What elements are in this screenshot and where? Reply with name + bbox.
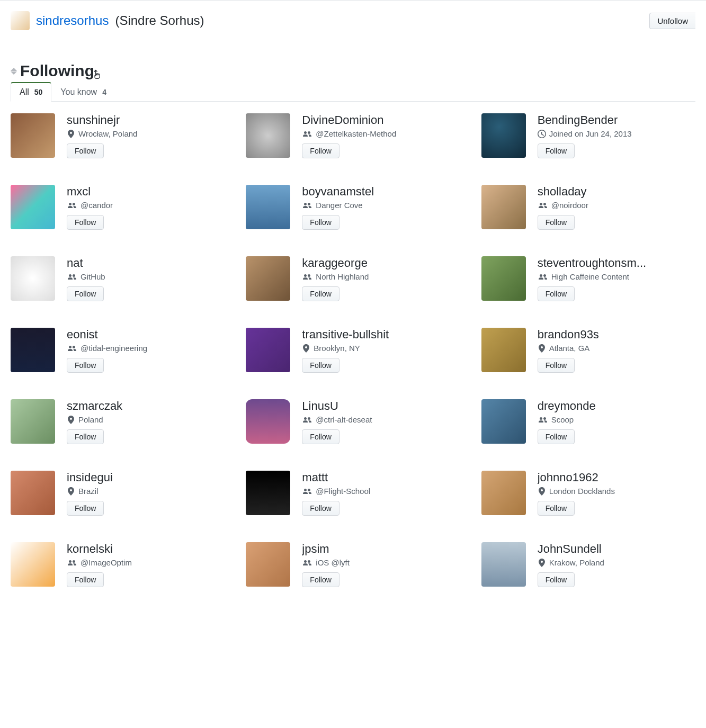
tab-all[interactable]: All 50 bbox=[11, 82, 51, 102]
tab-you-know[interactable]: You know 4 bbox=[51, 82, 115, 102]
user-login[interactable]: nat bbox=[67, 256, 225, 270]
org-icon bbox=[538, 201, 548, 210]
follow-button[interactable]: Follow bbox=[302, 143, 339, 158]
user-login[interactable]: transitive-bullshit bbox=[302, 328, 460, 341]
user-avatar[interactable] bbox=[481, 399, 526, 444]
user-meta: Wrocław, Poland bbox=[67, 129, 225, 138]
user-card-body: eonist@tidal-engineeringFollow bbox=[67, 328, 225, 373]
user-avatar[interactable] bbox=[246, 399, 290, 444]
follow-button[interactable]: Follow bbox=[302, 572, 339, 587]
user-avatar[interactable] bbox=[481, 471, 526, 515]
user-meta: @candor bbox=[67, 201, 225, 210]
user-login[interactable]: sunshinejr bbox=[67, 113, 225, 127]
follow-button[interactable]: Follow bbox=[538, 501, 575, 516]
user-card-body: mxcl@candorFollow bbox=[67, 185, 225, 230]
user-login[interactable]: sholladay bbox=[538, 185, 695, 199]
user-login[interactable]: brandon93s bbox=[538, 328, 695, 341]
user-login[interactable]: karaggeorge bbox=[302, 256, 460, 270]
user-login[interactable]: dreymonde bbox=[538, 399, 695, 413]
follow-button[interactable]: Follow bbox=[302, 215, 339, 230]
follow-button[interactable]: Follow bbox=[538, 286, 575, 301]
follow-button[interactable]: Follow bbox=[538, 572, 575, 587]
user-avatar[interactable] bbox=[11, 256, 55, 301]
users-grid: sunshinejrWrocław, PolandFollowDivineDom… bbox=[11, 113, 695, 587]
user-login[interactable]: johnno1962 bbox=[538, 471, 695, 484]
user-avatar[interactable] bbox=[246, 113, 290, 158]
user-meta-text: High Caffeine Content bbox=[551, 272, 629, 281]
user-card: natGitHubFollow bbox=[11, 256, 225, 301]
follow-button[interactable]: Follow bbox=[67, 143, 104, 158]
user-card: eonist@tidal-engineeringFollow bbox=[11, 328, 225, 373]
user-avatar[interactable] bbox=[246, 471, 290, 515]
user-card: steventroughtonsm...High Caffeine Conten… bbox=[481, 256, 695, 301]
profile-username-link[interactable]: sindresorhus bbox=[36, 13, 109, 28]
user-meta: Krakow, Poland bbox=[538, 558, 695, 567]
user-meta-text: @candor bbox=[81, 201, 113, 210]
follow-button[interactable]: Follow bbox=[302, 286, 339, 301]
follow-button[interactable]: Follow bbox=[302, 501, 339, 516]
unfollow-button[interactable]: Unfollow bbox=[649, 13, 695, 29]
tab-all-label: All bbox=[20, 87, 29, 97]
follow-button[interactable]: Follow bbox=[302, 429, 339, 444]
user-login[interactable]: boyvanamstel bbox=[302, 185, 460, 199]
user-meta-text: Krakow, Poland bbox=[549, 558, 604, 567]
user-card: boyvanamstelDanger CoveFollow bbox=[246, 185, 460, 230]
follow-button[interactable]: Follow bbox=[538, 429, 575, 444]
user-meta-text: @Flight-School bbox=[316, 487, 370, 496]
user-meta: GitHub bbox=[67, 272, 225, 281]
user-avatar[interactable] bbox=[246, 328, 290, 372]
user-card: szmarczakPolandFollow bbox=[11, 399, 225, 444]
cursor-icon bbox=[92, 69, 103, 82]
follow-button[interactable]: Follow bbox=[538, 358, 575, 373]
follow-button[interactable]: Follow bbox=[538, 143, 575, 158]
user-login[interactable]: mattt bbox=[302, 471, 460, 484]
sort-toggle-icon[interactable] bbox=[11, 68, 17, 75]
user-meta: Brazil bbox=[67, 487, 225, 496]
follow-button[interactable]: Follow bbox=[67, 429, 104, 444]
user-login[interactable]: eonist bbox=[67, 328, 225, 341]
tabs: All 50 You know 4 bbox=[11, 82, 695, 102]
user-card-body: sunshinejrWrocław, PolandFollow bbox=[67, 113, 225, 158]
user-login[interactable]: kornelski bbox=[67, 542, 225, 556]
user-avatar[interactable] bbox=[481, 185, 526, 229]
follow-button[interactable]: Follow bbox=[67, 215, 104, 230]
follow-button[interactable]: Follow bbox=[538, 215, 575, 230]
user-avatar[interactable] bbox=[246, 542, 290, 587]
user-avatar[interactable] bbox=[11, 542, 55, 587]
user-login[interactable]: LinusU bbox=[302, 399, 460, 413]
follow-button[interactable]: Follow bbox=[302, 358, 339, 373]
user-login[interactable]: szmarczak bbox=[67, 399, 225, 413]
user-login[interactable]: insidegui bbox=[67, 471, 225, 484]
section-title: Following bbox=[20, 62, 94, 80]
user-avatar[interactable] bbox=[11, 471, 55, 515]
follow-button[interactable]: Follow bbox=[67, 358, 104, 373]
user-meta-text: GitHub bbox=[81, 272, 105, 281]
follow-button[interactable]: Follow bbox=[67, 572, 104, 587]
user-login[interactable]: steventroughtonsm... bbox=[538, 256, 695, 270]
location-icon bbox=[302, 344, 310, 353]
user-avatar[interactable] bbox=[481, 256, 526, 301]
user-login[interactable]: BendingBender bbox=[538, 113, 695, 127]
user-avatar[interactable] bbox=[246, 256, 290, 301]
user-meta: @Flight-School bbox=[302, 487, 460, 496]
user-meta: Danger Cove bbox=[302, 201, 460, 210]
follow-button[interactable]: Follow bbox=[67, 286, 104, 301]
user-meta-text: @ImageOptim bbox=[81, 558, 132, 567]
user-avatar[interactable] bbox=[11, 399, 55, 444]
user-avatar[interactable] bbox=[481, 328, 526, 372]
user-login[interactable]: mxcl bbox=[67, 185, 225, 199]
user-avatar[interactable] bbox=[481, 113, 526, 158]
follow-button[interactable]: Follow bbox=[67, 501, 104, 516]
user-avatar[interactable] bbox=[11, 185, 55, 229]
user-avatar[interactable] bbox=[11, 328, 55, 372]
user-login[interactable]: JohnSundell bbox=[538, 542, 695, 556]
user-avatar[interactable] bbox=[11, 113, 55, 158]
user-card: dreymondeScoopFollow bbox=[481, 399, 695, 444]
user-meta: Poland bbox=[67, 415, 225, 424]
profile-avatar[interactable] bbox=[11, 11, 30, 30]
user-login[interactable]: jpsim bbox=[302, 542, 460, 556]
user-avatar[interactable] bbox=[481, 542, 526, 587]
user-card-body: mattt@Flight-SchoolFollow bbox=[302, 471, 460, 516]
user-login[interactable]: DivineDominion bbox=[302, 113, 460, 127]
user-avatar[interactable] bbox=[246, 185, 290, 229]
